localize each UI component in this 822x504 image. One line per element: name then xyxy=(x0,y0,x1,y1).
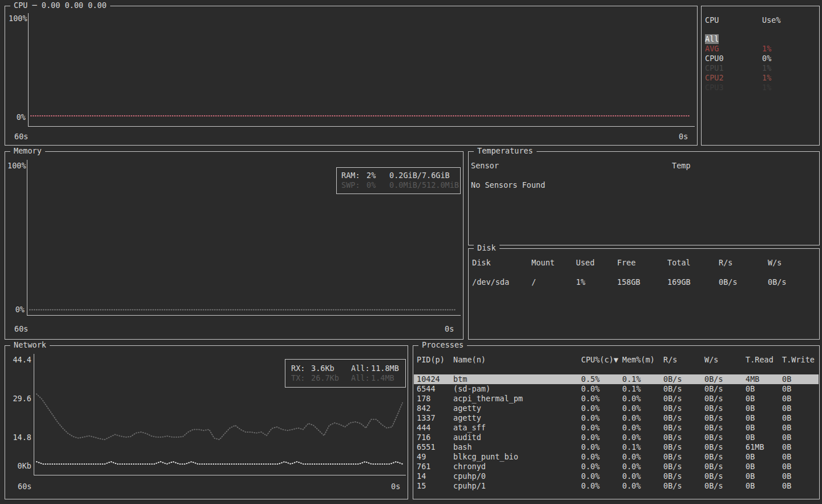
process-row[interactable]: 1337agetty0.0%0.0%0B/s0B/s0B0B xyxy=(414,413,819,423)
process-cell-4: 0B/s xyxy=(663,404,682,413)
process-cell-6: 0B xyxy=(746,384,755,394)
process-cell-4: 0B/s xyxy=(663,374,682,384)
disk-header-2[interactable]: Used xyxy=(576,258,595,268)
process-cell-3: 0.0% xyxy=(622,433,641,442)
process-cell-0: 49 xyxy=(417,452,426,462)
process-cell-6: 4MB xyxy=(746,374,759,384)
process-cell-0: 178 xyxy=(417,394,430,404)
process-cell-1: cpuhp/0 xyxy=(453,471,486,481)
swap-legend-percent: 0% xyxy=(366,180,376,190)
process-cell-6: 0B xyxy=(746,452,755,462)
cpu-legend-row[interactable]: CPU00% xyxy=(704,54,816,63)
process-cell-2: 0.0% xyxy=(581,404,600,413)
process-cell-0: 716 xyxy=(417,433,430,442)
process-row[interactable]: 178acpi_thermal_pm0.0%0.0%0B/s0B/s0B0B xyxy=(414,394,819,404)
process-cell-3: 0.1% xyxy=(622,442,641,452)
disk-row[interactable]: /dev/sda/1%158GB169GB0B/s0B/s xyxy=(469,277,819,287)
tx-legend-total: 1.4MB xyxy=(371,373,394,383)
disk-cell-0: /dev/sda xyxy=(472,277,509,287)
process-cell-5: 0B/s xyxy=(704,394,723,404)
disk-header-3[interactable]: Free xyxy=(617,258,636,268)
cpu-legend-row[interactable]: CPU21% xyxy=(704,73,816,83)
ram-legend-percent: 2% xyxy=(366,171,376,180)
cpu-legend-row[interactable]: AVG1% xyxy=(704,44,816,54)
process-cell-4: 0B/s xyxy=(663,384,682,394)
temperatures-header-temp[interactable]: Temp xyxy=(672,161,691,171)
processes-panel: Processes PID(p)Name(n)CPU%(c)▼Mem%(m)R/… xyxy=(413,345,820,499)
process-cell-0: 842 xyxy=(417,404,430,413)
temperatures-panel-title: Temperatures xyxy=(474,146,537,156)
swap-legend-label: SWP: xyxy=(341,180,360,190)
process-cell-3: 0.0% xyxy=(622,413,641,423)
temperatures-panel: Temperatures Sensor Temp No Sensors Foun… xyxy=(468,151,820,245)
process-cell-5: 0B/s xyxy=(704,413,723,423)
process-row[interactable]: 6544(sd-pam)0.0%0.1%0B/s0B/s0B0B xyxy=(414,384,819,394)
process-row[interactable]: 14cpuhp/00.0%0.0%0B/s0B/s0B0B xyxy=(414,471,819,481)
disk-header-6[interactable]: W/s xyxy=(768,258,781,268)
cpu-x-left-label: 60s xyxy=(14,132,28,142)
process-header-6[interactable]: T.Read xyxy=(746,355,773,365)
memory-legend: RAM: 2% 0.2GiB/7.6GiB SWP: 0% 0.0MiB/512… xyxy=(336,167,461,194)
disk-header-0[interactable]: Disk xyxy=(472,258,491,268)
disk-header-4[interactable]: Total xyxy=(667,258,691,268)
process-row[interactable]: 761chronyd0.0%0.0%0B/s0B/s0B0B xyxy=(414,462,819,471)
process-cell-1: (sd-pam) xyxy=(453,384,490,394)
process-cell-0: 15 xyxy=(417,481,426,491)
process-cell-4: 0B/s xyxy=(663,423,682,433)
process-header-7[interactable]: T.Write xyxy=(782,355,815,365)
network-panel: Network 44.4 29.6 14.8 0Kb 60s 0s RX: 3.… xyxy=(5,345,408,499)
process-row[interactable]: 444ata_sff0.0%0.0%0B/s0B/s0B0B xyxy=(414,423,819,433)
process-cell-7: 0B xyxy=(782,452,791,462)
process-cell-4: 0B/s xyxy=(663,471,682,481)
network-y-label-2: 29.6 xyxy=(9,394,31,404)
process-row[interactable]: 842agetty0.0%0.0%0B/s0B/s0B0B xyxy=(414,404,819,413)
process-cell-4: 0B/s xyxy=(663,442,682,452)
process-cell-7: 0B xyxy=(782,374,791,384)
disk-header-1[interactable]: Mount xyxy=(531,258,555,268)
process-row[interactable]: 716auditd0.0%0.0%0B/s0B/s0B0B xyxy=(414,433,819,442)
process-row[interactable]: 49blkcg_punt_bio0.0%0.0%0B/s0B/s0B0B xyxy=(414,452,819,462)
cpu-legend-cell-0: AVG xyxy=(705,44,719,54)
processes-header-row: PID(p)Name(n)CPU%(c)▼Mem%(m)R/sW/sT.Read… xyxy=(414,355,819,365)
process-row[interactable]: 15cpuhp/10.0%0.0%0B/s0B/s0B0B xyxy=(414,481,819,491)
process-cell-6: 0B xyxy=(746,404,755,413)
process-header-5[interactable]: W/s xyxy=(704,355,718,365)
process-cell-0: 1337 xyxy=(417,413,436,423)
process-cell-6: 0B xyxy=(746,481,755,491)
process-header-1[interactable]: Name(n) xyxy=(453,355,486,365)
process-cell-4: 0B/s xyxy=(663,452,682,462)
process-cell-5: 0B/s xyxy=(704,481,723,491)
cpu-legend-row[interactable]: CPU11% xyxy=(704,63,816,73)
cpu-panel: CPU ─ 0.00 0.00 0.00 100% 0% 60s 0s xyxy=(5,6,698,146)
cpu-legend-cell-1: 1% xyxy=(762,83,771,92)
disk-cell-1: / xyxy=(531,277,536,287)
process-header-2[interactable]: CPU%(c)▼ xyxy=(581,355,618,365)
process-cell-7: 0B xyxy=(782,471,791,481)
process-cell-3: 0.0% xyxy=(622,471,641,481)
process-header-3[interactable]: Mem%(m) xyxy=(622,355,655,365)
process-cell-2: 0.0% xyxy=(581,384,600,394)
cpu-legend-rows: AllAVG1%CPU00%CPU11%CPU21%CPU31% xyxy=(704,34,816,92)
process-cell-3: 0.1% xyxy=(622,384,641,394)
temperatures-header-sensor[interactable]: Sensor xyxy=(471,161,499,171)
process-cell-2: 0.0% xyxy=(581,471,600,481)
process-row[interactable]: 10424btm0.5%0.1%0B/s0B/s4MB0B xyxy=(414,374,819,384)
cpu-legend-row[interactable]: All xyxy=(704,34,816,44)
cpu-legend-row[interactable]: CPU31% xyxy=(704,83,816,92)
disk-header-5[interactable]: R/s xyxy=(719,258,732,268)
process-cell-5: 0B/s xyxy=(704,471,723,481)
cpu-legend-header-use[interactable]: Use% xyxy=(762,15,781,25)
process-cell-1: acpi_thermal_pm xyxy=(453,394,523,404)
process-cell-4: 0B/s xyxy=(663,394,682,404)
process-cell-6: 0B xyxy=(746,471,755,481)
cpu-legend-header-cpu[interactable]: CPU xyxy=(705,15,719,25)
process-cell-1: blkcg_punt_bio xyxy=(453,452,518,462)
cpu-usage-chart xyxy=(29,13,694,126)
process-cell-2: 0.0% xyxy=(581,394,600,404)
process-cell-3: 0.0% xyxy=(622,481,641,491)
process-row[interactable]: 6551bash0.0%0.1%0B/s0B/s61MB0B xyxy=(414,442,819,452)
process-cell-5: 0B/s xyxy=(704,433,723,442)
process-header-0[interactable]: PID(p) xyxy=(417,355,445,365)
process-header-4[interactable]: R/s xyxy=(663,355,677,365)
network-y-label-3: 44.4 xyxy=(9,355,31,365)
